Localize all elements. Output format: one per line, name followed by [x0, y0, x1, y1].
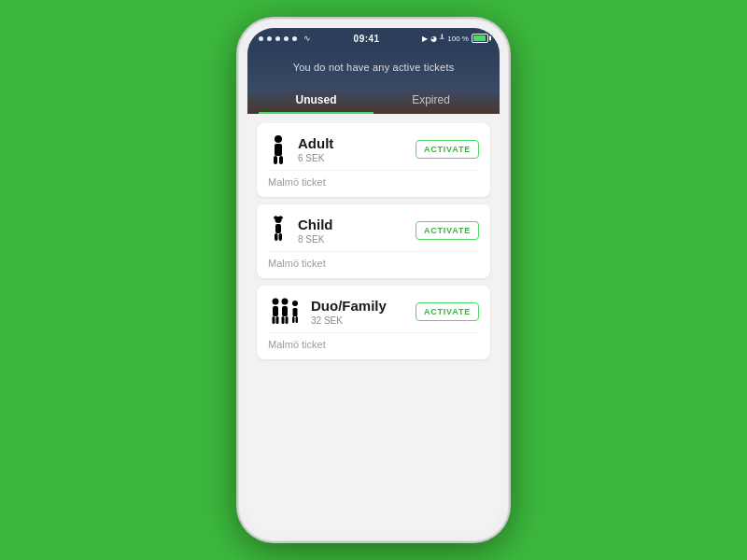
- svg-rect-13: [276, 316, 279, 324]
- svg-rect-21: [296, 316, 299, 323]
- svg-rect-3: [279, 156, 283, 164]
- adult-icon: [268, 134, 289, 164]
- phone-frame: ∿ 09:41 ▶ ◕ ┸ 100 % You do not have any …: [238, 19, 509, 541]
- ticket-child-info: Child 8 SEK: [298, 217, 333, 245]
- battery-area: ▶ ◕ ┸ 100 %: [422, 34, 488, 43]
- signal-dot-1: [259, 36, 263, 41]
- ticket-family-top: Duo/Family 32 SEK ACTIVATE: [268, 297, 479, 327]
- ticket-family-divider: [268, 332, 479, 333]
- battery-percent: 100 %: [447, 35, 469, 43]
- header-area: You do not have any active tickets Unuse…: [247, 49, 500, 114]
- activate-adult-button[interactable]: ACTIVATE: [416, 140, 479, 159]
- svg-point-18: [292, 301, 298, 306]
- activate-child-button[interactable]: ACTIVATE: [416, 221, 479, 240]
- ticket-family-price: 32 SEK: [311, 315, 387, 326]
- ticket-adult-info: Adult 6 SEK: [298, 135, 333, 163]
- phone-screen: ∿ 09:41 ▶ ◕ ┸ 100 % You do not have any …: [247, 28, 500, 532]
- ticket-adult-price: 6 SEK: [298, 153, 333, 163]
- signal-dot-4: [284, 36, 289, 41]
- child-icon: [268, 216, 289, 245]
- svg-rect-19: [293, 308, 298, 316]
- ticket-family-name: Duo/Family: [311, 298, 387, 315]
- ticket-child-price: 8 SEK: [298, 234, 333, 245]
- signal-dot-5: [292, 36, 297, 41]
- ticket-family-location: Malmö ticket: [268, 339, 479, 350]
- ticket-family-left: Duo/Family 32 SEK: [268, 297, 387, 327]
- signal-dot-3: [275, 36, 280, 41]
- wifi-icon: ∿: [303, 34, 311, 43]
- status-bar: ∿ 09:41 ▶ ◕ ┸ 100 %: [247, 28, 500, 49]
- tab-unused[interactable]: Unused: [259, 86, 374, 114]
- ticket-child-name: Child: [298, 217, 333, 233]
- ticket-adult-divider: [268, 170, 479, 171]
- svg-point-14: [282, 299, 289, 305]
- ticket-adult-location: Malmö ticket: [268, 176, 479, 188]
- status-time: 09:41: [354, 34, 380, 44]
- tabs-container: Unused Expired: [259, 86, 488, 114]
- ticket-adult: Adult 6 SEK ACTIVATE Malmö ticket: [257, 123, 490, 197]
- svg-rect-16: [282, 316, 285, 324]
- battery-icon: [472, 34, 488, 43]
- ticket-adult-top: Adult 6 SEK ACTIVATE: [268, 134, 479, 164]
- svg-rect-5: [275, 224, 281, 233]
- svg-point-10: [273, 299, 279, 305]
- gps-icon: ◕: [430, 35, 437, 43]
- svg-rect-20: [292, 316, 295, 323]
- bluetooth-icon: ┸: [440, 35, 444, 43]
- svg-rect-12: [273, 316, 275, 324]
- content-area: Adult 6 SEK ACTIVATE Malmö ticket: [247, 114, 500, 532]
- svg-rect-6: [275, 233, 278, 241]
- ticket-adult-name: Adult: [298, 135, 333, 152]
- ticket-child-left: Child 8 SEK: [268, 216, 333, 245]
- ticket-child-top: Child 8 SEK ACTIVATE: [268, 216, 479, 245]
- svg-rect-15: [282, 306, 288, 316]
- svg-point-0: [275, 135, 282, 143]
- header-message: You do not have any active tickets: [259, 62, 488, 73]
- ticket-adult-left: Adult 6 SEK: [268, 134, 333, 164]
- tab-expired[interactable]: Expired: [374, 86, 488, 114]
- signal-dot-2: [267, 36, 272, 41]
- signal-area: ∿: [259, 34, 311, 43]
- svg-rect-2: [274, 156, 277, 164]
- ticket-child-divider: [268, 251, 479, 252]
- battery-fill: [473, 35, 486, 41]
- activate-family-button[interactable]: ACTIVATE: [416, 302, 479, 321]
- svg-rect-11: [273, 306, 278, 316]
- family-icon: [268, 297, 302, 327]
- location-icon: ▶: [422, 35, 428, 43]
- ticket-family-info: Duo/Family 32 SEK: [311, 298, 387, 326]
- ticket-child-location: Malmö ticket: [268, 258, 479, 269]
- ticket-family: Duo/Family 32 SEK ACTIVATE Malmö ticket: [257, 286, 490, 359]
- ticket-child: Child 8 SEK ACTIVATE Malmö ticket: [257, 204, 490, 278]
- svg-rect-7: [279, 233, 283, 241]
- svg-rect-17: [286, 316, 289, 324]
- svg-rect-1: [275, 144, 282, 156]
